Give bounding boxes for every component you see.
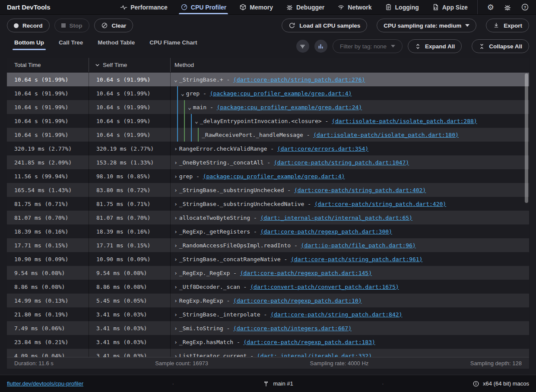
table-row[interactable]: 10.64 s (91.99%) 10.64 s (91.99%) ⌄main … (7, 100, 529, 114)
chevron-collapsed-icon[interactable]: › (174, 353, 178, 357)
method-cell: ›_RegExp.hasMatch - (dart:core-patch/reg… (171, 335, 529, 349)
source-link[interactable]: (dart:io-patch/file_patch.dart:96) (301, 242, 416, 249)
load-all-cpu-samples-button[interactable]: Load all CPU samples (282, 19, 367, 32)
tab-bottom-up[interactable]: Bottom Up (14, 39, 44, 51)
vertical-scrollbar[interactable] (525, 73, 528, 203)
table-row[interactable]: 81.07 ms (0.70%) 81.07 ms (0.70%) ›alloc… (7, 211, 529, 224)
column-header-total-time[interactable]: Total Time (7, 58, 89, 72)
chevron-expanded-icon[interactable]: ⌄ (195, 118, 198, 124)
nav-tab-cpu-profiler[interactable]: CPU Profiler (181, 0, 226, 14)
chevron-collapsed-icon[interactable]: › (174, 187, 178, 193)
table-row[interactable]: 14.99 ms (0.13%) 5.45 ms (0.05%) ›RegExp… (7, 294, 529, 307)
chevron-collapsed-icon[interactable]: › (174, 201, 178, 207)
source-link[interactable]: (dart:core-patch/regexp_patch.dart:10) (233, 297, 362, 304)
chevron-expanded-icon[interactable]: ⌄ (188, 104, 191, 111)
source-link[interactable]: (dart:core/errors.dart:354) (277, 145, 368, 152)
chevron-collapsed-icon[interactable]: › (174, 173, 178, 180)
table-row[interactable]: 10.64 s (91.99%) 10.64 s (91.99%) ⌄_Stri… (7, 73, 529, 86)
main-nav-tabs: Performance CPU Profiler Memory Debugger… (120, 0, 468, 14)
nav-tab-logging[interactable]: Logging (385, 0, 419, 14)
chevron-collapsed-icon[interactable]: › (174, 256, 178, 262)
chevron-collapsed-icon[interactable]: › (174, 215, 178, 221)
sampling-rate-label: Sampling rate: 4000 Hz (310, 360, 368, 367)
table-row[interactable]: 21.80 ms (0.19%) 3.41 ms (0.03%) ›_Strin… (7, 307, 529, 321)
table-row[interactable]: 8.86 ms (0.08%) 8.86 ms (0.08%) ›_Utf8De… (7, 280, 529, 294)
table-row[interactable]: 10.64 s (91.99%) 10.64 s (91.99%) ⌄grep … (7, 86, 529, 100)
column-header-method[interactable]: Method (171, 58, 529, 72)
source-link[interactable]: (dart:core-patch/regexp_patch.dart:300) (260, 228, 392, 235)
source-link[interactable]: (package:cpu_profiler_example/grep.dart:… (210, 90, 352, 97)
table-row[interactable]: 320.19 ms (2.77%) 320.19 ms (2.77%) ›Ran… (7, 142, 529, 155)
chevron-collapsed-icon[interactable]: › (174, 145, 178, 152)
source-link[interactable]: (dart:core-patch/string_patch.dart:961) (291, 256, 422, 262)
isolate-selector[interactable]: main #1 (263, 380, 293, 387)
nav-tab-performance[interactable]: Performance (120, 0, 168, 14)
chevron-collapsed-icon[interactable]: › (174, 242, 178, 249)
source-link[interactable]: (dart:core-patch/string_patch.dart:842) (270, 311, 402, 318)
table-row[interactable]: 17.71 ms (0.15%) 17.71 ms (0.15%) ›_Rand… (7, 238, 529, 252)
chevron-collapsed-icon[interactable]: › (174, 339, 178, 345)
table-row[interactable]: 10.90 ms (0.09%) 10.90 ms (0.09%) ›_Stri… (7, 252, 529, 266)
expand-all-button[interactable]: Expand All (408, 39, 462, 53)
collapse-all-button[interactable]: Collapse All (472, 39, 529, 53)
column-header-self-time[interactable]: Self Time (89, 58, 171, 72)
table-row[interactable]: 4.09 ms (0.04%) 3.41 ms (0.03%) ›ListIte… (7, 349, 529, 357)
chevron-collapsed-icon[interactable]: › (174, 284, 178, 290)
method-name: _RandomAccessFileOpsImpl.readInto (179, 242, 291, 249)
source-link[interactable]: (dart:_internal-patch/internal_patch.dar… (260, 215, 412, 221)
nav-actions: ⚙ ? (477, 0, 529, 14)
chevron-collapsed-icon[interactable]: › (174, 297, 178, 304)
nav-tab-memory[interactable]: Memory (239, 0, 273, 14)
table-row[interactable]: 9.54 ms (0.08%) 9.54 ms (0.08%) ›_RegExp… (7, 266, 529, 280)
source-link[interactable]: (dart:isolate-patch/isolate_patch.dart:2… (332, 118, 477, 124)
filter-button[interactable] (296, 40, 309, 53)
tab-method-table[interactable]: Method Table (98, 39, 135, 51)
source-link[interactable]: (dart:core-patch/string_patch.dart:1047) (274, 159, 409, 166)
nav-tab-network[interactable]: Network (337, 0, 371, 14)
report-bug-button[interactable] (504, 3, 511, 11)
table-row[interactable]: 10.64 s (91.99%) 10.64 s (91.99%) _RawRe… (7, 128, 529, 142)
total-time-cell: 81.75 ms (0.71%) (7, 197, 89, 211)
source-link[interactable]: (dart:core-patch/string_patch.dart:276) (233, 76, 365, 83)
source-link[interactable]: (dart:core-patch/regexp_patch.dart:145) (240, 270, 372, 276)
chevron-collapsed-icon[interactable]: › (174, 311, 178, 318)
export-button[interactable]: Export (486, 19, 529, 32)
cpu-sampling-rate-dropdown[interactable]: CPU sampling rate: medium (377, 19, 476, 32)
table-row[interactable]: 165.54 ms (1.43%) 83.80 ms (0.72%) ›_Str… (7, 183, 529, 197)
chevron-collapsed-icon[interactable]: › (174, 325, 178, 332)
settings-button[interactable]: ⚙ (487, 3, 494, 11)
chevron-expanded-icon[interactable]: ⌄ (181, 90, 184, 97)
table-row[interactable]: 11.56 s (99.94%) 98.10 ms (0.85%) ›grep … (7, 169, 529, 183)
docs-link[interactable]: flutter.dev/devtools/cpu-profiler (7, 380, 83, 387)
chevron-collapsed-icon[interactable]: › (174, 228, 178, 235)
chevron-collapsed-icon[interactable]: › (174, 159, 178, 166)
tab-cpu-flame-chart[interactable]: CPU Flame Chart (149, 39, 197, 51)
table-row[interactable]: 81.75 ms (0.71%) 81.75 ms (0.71%) ›_Stri… (7, 197, 529, 211)
chevron-collapsed-icon[interactable]: › (174, 270, 178, 276)
table-row[interactable]: 18.39 ms (0.16%) 18.39 ms (0.16%) ›_RegE… (7, 224, 529, 238)
chevron-expanded-icon[interactable]: ⌄ (174, 76, 178, 83)
source-link[interactable]: (dart:convert-patch/convert_patch.dart:1… (250, 284, 399, 290)
help-button[interactable]: ? (521, 3, 529, 11)
nav-tab-debugger[interactable]: Debugger (286, 0, 324, 14)
table-row[interactable]: 10.64 s (91.99%) 10.64 s (91.99%) ⌄_dela… (7, 114, 529, 128)
tab-call-tree[interactable]: Call Tree (59, 39, 83, 51)
source-link[interactable]: (dart:isolate-patch/isolate_patch.dart:1… (313, 132, 459, 138)
source-link[interactable]: (dart:core-patch/integers.dart:667) (233, 325, 352, 332)
nav-tab-app-size[interactable]: App Size (432, 0, 468, 14)
source-link[interactable]: (dart:_internal/iterable.dart:332) (257, 353, 372, 357)
record-button[interactable]: Record (7, 19, 50, 32)
source-link[interactable]: (dart:core-patch/string_patch.dart:420) (314, 201, 446, 207)
source-link[interactable]: (dart:core-patch/string_patch.dart:402) (294, 187, 426, 193)
filter-by-tag-dropdown[interactable]: Filter by tag: none (333, 39, 403, 53)
table-row[interactable]: 7.49 ms (0.06%) 3.41 ms (0.03%) ›_Smi.to… (7, 321, 529, 335)
table-row[interactable]: 241.85 ms (2.09%) 153.28 ms (1.33%) ›_On… (7, 155, 529, 169)
total-time-cell: 10.64 s (91.99%) (7, 100, 89, 114)
table-row[interactable]: 23.84 ms (0.21%) 3.41 ms (0.03%) ›_RegEx… (7, 335, 529, 349)
clear-button[interactable]: Clear (94, 19, 133, 32)
source-link[interactable]: (dart:core-patch/regexp_patch.dart:183) (244, 339, 375, 345)
source-link[interactable]: (package:cpu_profiler_example/grep.dart:… (217, 104, 362, 111)
display-options-button[interactable] (314, 40, 327, 53)
stop-button[interactable]: Stop (54, 19, 89, 32)
source-link[interactable]: (package:cpu_profiler_example/grep.dart:… (203, 173, 345, 180)
